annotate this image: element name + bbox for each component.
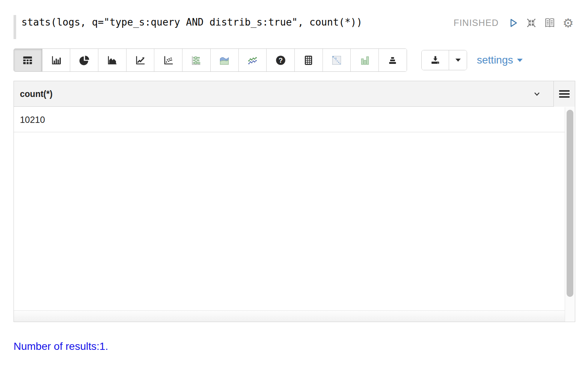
scrollbar-thumb[interactable] (567, 110, 573, 297)
area-chart-icon (106, 54, 118, 66)
viz-funnel-chart-button[interactable] (378, 49, 407, 71)
viz-stacked-area-button[interactable] (210, 49, 238, 71)
paragraph-settings-button[interactable]: ⚙ (562, 16, 574, 30)
menu-icon (559, 90, 570, 98)
settings-label: settings (477, 54, 513, 66)
table-scrollbar[interactable] (565, 107, 575, 322)
collapse-paragraph-button[interactable] (525, 16, 538, 30)
download-icon (430, 54, 441, 66)
download-options-button[interactable] (449, 50, 467, 70)
settings-toggle[interactable]: settings (477, 54, 523, 66)
column-header[interactable]: count(*) (20, 81, 53, 107)
table-icon (22, 54, 33, 66)
green-bars-icon (359, 54, 371, 67)
paragraph-controls: FINISHED ⚙ (454, 15, 574, 31)
viz-scatter-chart-button[interactable] (154, 49, 182, 71)
gear-icon: ⚙ (562, 17, 574, 29)
chevron-down-icon (532, 89, 542, 99)
status-badge: FINISHED (454, 18, 499, 28)
table-cell: 10210 (20, 115, 45, 125)
column-menu-button[interactable] (532, 89, 542, 100)
heatmap-icon (330, 54, 343, 67)
funnel-icon (387, 54, 398, 66)
result-table: count(*) 10210 (14, 81, 575, 322)
viz-bar-chart-button[interactable] (42, 49, 70, 71)
compress-icon (526, 17, 537, 29)
viz-multi-line-button[interactable] (238, 49, 267, 71)
line-chart-icon (134, 54, 146, 66)
grid-footer-bar (14, 310, 565, 322)
download-button-group (421, 50, 467, 70)
run-paragraph-button[interactable] (507, 16, 519, 30)
svg-text:?: ? (279, 56, 283, 64)
table-row[interactable]: 10210 (14, 107, 565, 132)
viz-pie-chart-button[interactable] (70, 49, 98, 71)
viz-area-chart-button[interactable] (98, 49, 126, 71)
bar-chart-icon (50, 54, 62, 66)
viz-bubble-grid-button[interactable] (182, 49, 210, 71)
bubble-grid-icon (190, 54, 202, 67)
question-icon: ? (275, 54, 286, 66)
download-button[interactable] (422, 50, 449, 70)
multi-line-icon (246, 54, 259, 67)
book-icon (543, 17, 556, 29)
viz-column-chart-button[interactable] (350, 49, 378, 71)
data-table-icon (303, 54, 314, 66)
viz-data-table-button[interactable] (294, 49, 323, 71)
scatter-chart-icon (163, 54, 174, 66)
viz-help-button[interactable]: ? (266, 49, 294, 71)
stacked-area-icon (218, 54, 231, 67)
viz-heatmap-button[interactable] (323, 49, 351, 71)
paragraph-code[interactable]: stats(logs, q="type_s:query AND distrib_… (21, 16, 362, 28)
code-editor-gutter (14, 15, 16, 39)
viz-toolbar: ? (14, 48, 407, 72)
viz-line-chart-button[interactable] (126, 49, 154, 71)
grid-menu-button[interactable] (553, 81, 575, 107)
play-icon (507, 17, 519, 29)
results-count-text: Number of results:1. (14, 340, 108, 352)
caret-down-icon (455, 58, 461, 62)
caret-down-icon (517, 58, 523, 62)
show-editor-button[interactable] (543, 16, 556, 30)
pie-chart-icon (78, 54, 90, 66)
viz-table-button[interactable] (14, 49, 42, 71)
table-header-row: count(*) (14, 81, 575, 107)
